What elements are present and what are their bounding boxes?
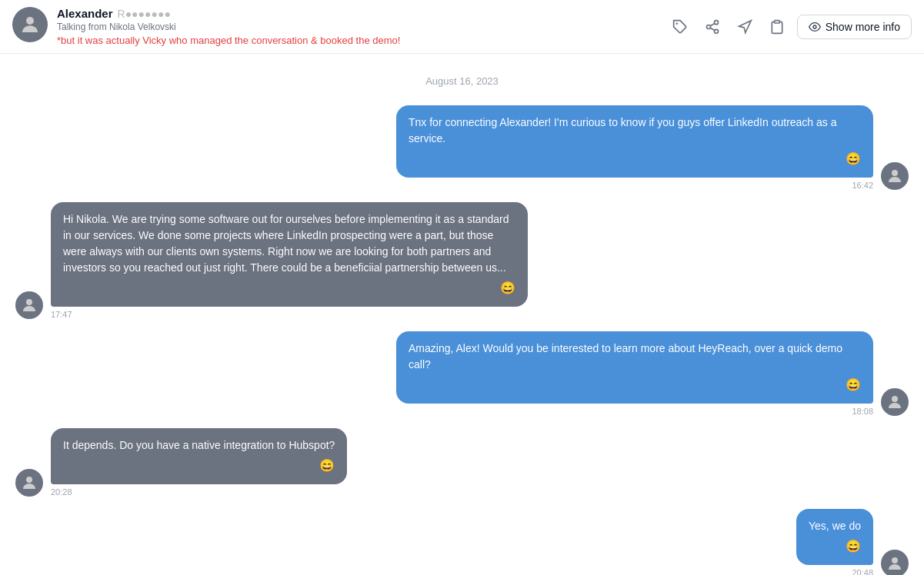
share-button[interactable]	[700, 15, 725, 39]
contact-name: Alexander	[57, 7, 113, 20]
svg-point-10	[892, 170, 898, 176]
svg-point-13	[26, 477, 32, 483]
message-time: 20:28	[51, 487, 72, 497]
contact-avatar	[15, 469, 43, 497]
message-bubble: Tnx for connecting Alexander! I'm curiou…	[396, 105, 873, 178]
chat-header: Alexander R●●●●●●● Talking from Nikola V…	[0, 0, 924, 54]
sender-avatar	[881, 162, 909, 190]
svg-line-5	[710, 28, 715, 30]
message-time: 17:47	[51, 310, 72, 319]
svg-point-1	[675, 22, 678, 25]
message-content: Hi Nikola. We are trying some software o…	[51, 202, 528, 319]
svg-marker-7	[739, 20, 751, 32]
header-actions: Show more info	[668, 15, 912, 39]
message-emoji: 😄	[809, 537, 861, 556]
message-emoji: 😄	[409, 150, 861, 168]
svg-point-0	[26, 17, 34, 25]
message-content: Amazing, Alex! Would you be interested t…	[396, 331, 873, 416]
message-row: Hi Nikola. We are trying some software o…	[0, 199, 924, 322]
contact-name-blurred: R●●●●●●●	[118, 8, 171, 20]
svg-point-14	[892, 557, 898, 563]
message-emoji: 😄	[63, 457, 335, 475]
header-info: Alexander R●●●●●●● Talking from Nikola V…	[57, 7, 400, 46]
show-more-button[interactable]: Show more info	[797, 15, 912, 39]
eye-icon	[809, 21, 821, 33]
message-emoji: 😄	[63, 279, 515, 297]
tag-button[interactable]	[668, 15, 692, 39]
location-button[interactable]	[732, 15, 757, 39]
message-bubble: It depends. Do you have a native integra…	[51, 428, 347, 484]
message-row: Tnx for connecting Alexander! I'm curiou…	[0, 102, 924, 193]
header-note: *but it was actually Vicky who managed t…	[57, 35, 400, 46]
svg-point-12	[892, 396, 898, 402]
message-text: Amazing, Alex! Would you be interested t…	[409, 341, 861, 373]
message-content: Tnx for connecting Alexander! I'm curiou…	[396, 105, 873, 190]
svg-point-4	[714, 29, 718, 33]
message-text: Tnx for connecting Alexander! I'm curiou…	[409, 115, 861, 147]
message-row: It depends. Do you have a native integra…	[0, 425, 924, 500]
show-more-label: Show more info	[826, 21, 900, 33]
message-bubble: Hi Nikola. We are trying some software o…	[51, 202, 528, 307]
message-row: Yes, we do 😄 20:48	[0, 506, 924, 575]
message-bubble: Yes, we do 😄	[796, 509, 873, 565]
message-text: Hi Nikola. We are trying some software o…	[63, 211, 515, 276]
message-bubble: Amazing, Alex! Would you be interested t…	[396, 331, 873, 404]
message-text: Yes, we do	[809, 518, 861, 534]
message-time: 18:08	[852, 407, 873, 416]
clipboard-button[interactable]	[765, 15, 789, 39]
contact-avatar	[15, 291, 43, 319]
talking-from: Talking from Nikola Velkovski	[57, 22, 400, 32]
svg-line-6	[710, 23, 715, 25]
date-separator: August 16, 2023	[0, 75, 924, 87]
svg-point-9	[813, 25, 816, 28]
contact-avatar	[12, 7, 48, 42]
svg-rect-8	[774, 20, 779, 22]
header-left: Alexander R●●●●●●● Talking from Nikola V…	[12, 7, 668, 46]
chat-area: August 16, 2023 Tnx for connecting Alexa…	[0, 54, 924, 575]
svg-point-3	[706, 25, 710, 28]
message-content: It depends. Do you have a native integra…	[51, 428, 347, 497]
message-row: Amazing, Alex! Would you be interested t…	[0, 328, 924, 419]
message-content: Yes, we do 😄 20:48	[796, 509, 873, 575]
sender-avatar	[881, 550, 909, 575]
message-time: 16:42	[852, 181, 873, 190]
svg-point-11	[26, 299, 32, 305]
message-emoji: 😄	[409, 376, 861, 394]
message-text: It depends. Do you have a native integra…	[63, 437, 335, 454]
message-time: 20:48	[852, 568, 873, 575]
sender-avatar	[881, 388, 909, 416]
svg-point-2	[714, 20, 718, 24]
